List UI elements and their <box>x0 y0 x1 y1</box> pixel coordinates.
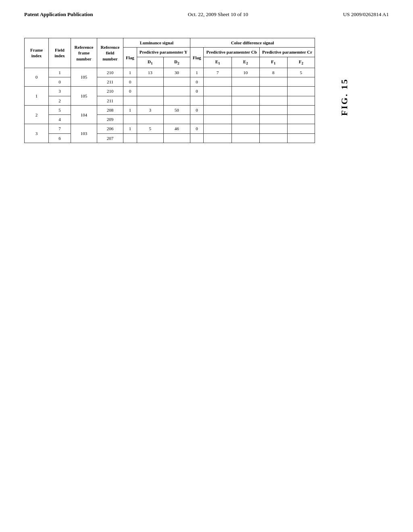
e2-row1 <box>232 77 259 87</box>
f1-row0: 8 <box>259 68 287 77</box>
cd-flag-row2: 0 <box>190 87 204 96</box>
d1-row5 <box>137 115 163 124</box>
e1-row0: 7 <box>204 68 232 77</box>
header-center: Oct. 22, 2009 Sheet 10 of 10 <box>188 11 248 18</box>
ref-frame-103: 103 <box>71 124 97 143</box>
cd-flag-row6: 0 <box>190 124 204 133</box>
pred-cr-header: Predictive paramemter Cr <box>259 48 315 57</box>
field-index-4: 4 <box>49 115 71 124</box>
table-row: 2 211 <box>25 96 315 105</box>
d1-header: D1 <box>137 57 163 68</box>
cd-flag-header: Flag <box>190 48 204 68</box>
d1-row2 <box>137 87 163 96</box>
header: Patent Application Publication Oct. 22, … <box>0 0 413 22</box>
d2-row6: 46 <box>163 124 190 133</box>
cd-flag-row7 <box>190 133 204 143</box>
cd-flag-row4: 0 <box>190 105 204 114</box>
f2-row2 <box>287 87 315 96</box>
f2-row7 <box>287 133 315 143</box>
lum-flag-row7 <box>123 133 137 143</box>
e2-row7 <box>232 133 259 143</box>
luminance-header: Luminance signal <box>123 38 190 48</box>
ref-field-210: 210 <box>97 68 123 77</box>
header-left: Patent Application Publication <box>24 11 93 18</box>
e1-row5 <box>204 115 232 124</box>
table-row: 4 209 <box>25 115 315 124</box>
cd-flag-row0: 1 <box>190 68 204 77</box>
field-index-0: 0 <box>49 77 71 87</box>
d2-row4: 50 <box>163 105 190 114</box>
e2-header: E2 <box>232 57 259 68</box>
field-index-6: 6 <box>49 133 71 143</box>
cd-flag-row1: 0 <box>190 77 204 87</box>
e2-row6 <box>232 124 259 133</box>
d1-row4: 3 <box>137 105 163 114</box>
f1-row3 <box>259 96 287 105</box>
f1-row1 <box>259 77 287 87</box>
e2-row3 <box>232 96 259 105</box>
d2-row5 <box>163 115 190 124</box>
ref-field-header: Reference field number <box>97 38 123 68</box>
lum-flag-row0: 1 <box>123 68 137 77</box>
ref-frame-header: Reference frame number <box>71 38 97 68</box>
table-row: 0 211 0 0 <box>25 77 315 87</box>
lum-flag-header: Flag <box>123 48 137 68</box>
frame-index-3: 3 <box>25 124 49 143</box>
d2-row7 <box>163 133 190 143</box>
frame-index-0: 0 <box>25 68 49 87</box>
ref-field-207: 207 <box>97 133 123 143</box>
lum-flag-row3 <box>123 96 137 105</box>
table-row: 1 3 105 210 0 0 <box>25 87 315 96</box>
e1-row3 <box>204 96 232 105</box>
f1-row6 <box>259 124 287 133</box>
header-right: US 2009/0262814 A1 <box>343 11 389 18</box>
f1-row4 <box>259 105 287 114</box>
ref-field-209: 209 <box>97 115 123 124</box>
content-area: Frame index Field index Reference frame … <box>0 22 413 159</box>
f1-row7 <box>259 133 287 143</box>
e2-row0: 10 <box>232 68 259 77</box>
lum-flag-row4: 1 <box>123 105 137 114</box>
f2-header: F2 <box>287 57 315 68</box>
f2-row3 <box>287 96 315 105</box>
e1-row1 <box>204 77 232 87</box>
f1-header: F1 <box>259 57 287 68</box>
d2-row0: 30 <box>163 68 190 77</box>
ref-field-206: 206 <box>97 124 123 133</box>
field-index-3: 3 <box>49 87 71 96</box>
field-index-5: 5 <box>49 105 71 114</box>
pred-cb-header: Predictive paramemter Cb <box>204 48 259 57</box>
e2-row2 <box>232 87 259 96</box>
d1-row1 <box>137 77 163 87</box>
f2-row0: 5 <box>287 68 315 77</box>
color-diff-header: Color difference signal <box>190 38 315 48</box>
ref-frame-105a: 105 <box>71 68 97 87</box>
page: Patent Application Publication Oct. 22, … <box>0 0 413 532</box>
table-row: 3 7 103 206 1 5 46 0 <box>25 124 315 133</box>
table-row: 6 207 <box>25 133 315 143</box>
figure-area: FIG. 15 <box>331 38 350 143</box>
d1-row0: 13 <box>137 68 163 77</box>
d2-row3 <box>163 96 190 105</box>
lum-flag-row2: 0 <box>123 87 137 96</box>
e1-row4 <box>204 105 232 114</box>
f2-row4 <box>287 105 315 114</box>
e1-row2 <box>204 87 232 96</box>
d2-header: D2 <box>163 57 190 68</box>
ref-frame-104: 104 <box>71 105 97 124</box>
e1-row6 <box>204 124 232 133</box>
field-index-header: Field index <box>49 38 71 68</box>
e1-header: E1 <box>204 57 232 68</box>
d1-row3 <box>137 96 163 105</box>
cd-flag-row3 <box>190 96 204 105</box>
field-index-2: 2 <box>49 96 71 105</box>
lum-flag-row1: 0 <box>123 77 137 87</box>
f2-row5 <box>287 115 315 124</box>
table-container: Frame index Field index Reference frame … <box>24 38 315 143</box>
table-row: 2 5 104 208 1 3 50 0 <box>25 105 315 114</box>
e2-row4 <box>232 105 259 114</box>
figure-label: FIG. 15 <box>339 78 350 116</box>
f2-row6 <box>287 124 315 133</box>
ref-field-211b: 211 <box>97 96 123 105</box>
d2-row1 <box>163 77 190 87</box>
